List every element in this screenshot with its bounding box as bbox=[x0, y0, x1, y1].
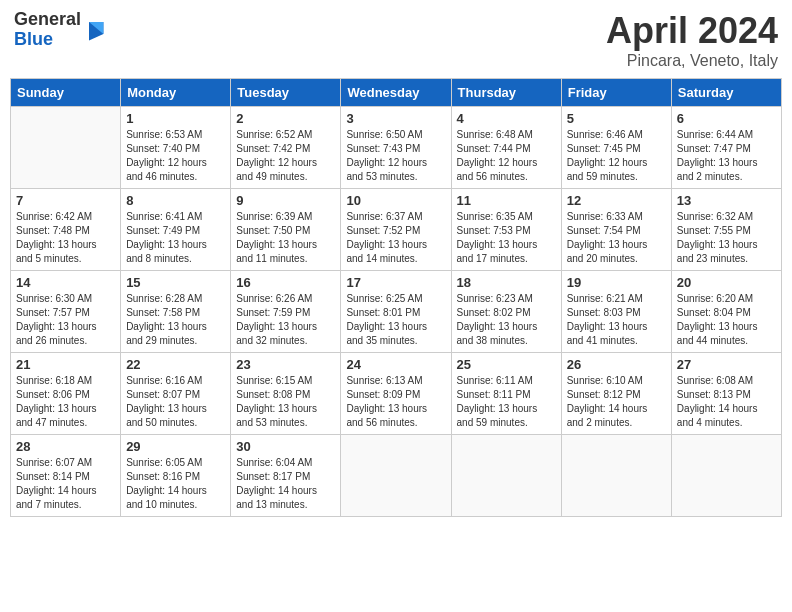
calendar-week-1: 1Sunrise: 6:53 AM Sunset: 7:40 PM Daylig… bbox=[11, 107, 782, 189]
logo-general-text: General bbox=[14, 9, 81, 29]
day-number: 7 bbox=[16, 193, 115, 208]
day-number: 16 bbox=[236, 275, 335, 290]
day-info: Sunrise: 6:33 AM Sunset: 7:54 PM Dayligh… bbox=[567, 210, 666, 266]
day-info: Sunrise: 6:53 AM Sunset: 7:40 PM Dayligh… bbox=[126, 128, 225, 184]
day-info: Sunrise: 6:25 AM Sunset: 8:01 PM Dayligh… bbox=[346, 292, 445, 348]
calendar-cell bbox=[561, 435, 671, 517]
calendar-cell: 16Sunrise: 6:26 AM Sunset: 7:59 PM Dayli… bbox=[231, 271, 341, 353]
calendar-cell: 15Sunrise: 6:28 AM Sunset: 7:58 PM Dayli… bbox=[121, 271, 231, 353]
month-title: April 2024 bbox=[606, 10, 778, 52]
page-header: General Blue April 2024 Pincara, Veneto,… bbox=[10, 10, 782, 70]
day-info: Sunrise: 6:08 AM Sunset: 8:13 PM Dayligh… bbox=[677, 374, 776, 430]
calendar-cell: 24Sunrise: 6:13 AM Sunset: 8:09 PM Dayli… bbox=[341, 353, 451, 435]
day-number: 20 bbox=[677, 275, 776, 290]
calendar-week-3: 14Sunrise: 6:30 AM Sunset: 7:57 PM Dayli… bbox=[11, 271, 782, 353]
day-info: Sunrise: 6:20 AM Sunset: 8:04 PM Dayligh… bbox=[677, 292, 776, 348]
calendar-cell: 18Sunrise: 6:23 AM Sunset: 8:02 PM Dayli… bbox=[451, 271, 561, 353]
calendar-cell: 21Sunrise: 6:18 AM Sunset: 8:06 PM Dayli… bbox=[11, 353, 121, 435]
location: Pincara, Veneto, Italy bbox=[606, 52, 778, 70]
day-number: 25 bbox=[457, 357, 556, 372]
day-info: Sunrise: 6:42 AM Sunset: 7:48 PM Dayligh… bbox=[16, 210, 115, 266]
weekday-header-tuesday: Tuesday bbox=[231, 79, 341, 107]
calendar-week-4: 21Sunrise: 6:18 AM Sunset: 8:06 PM Dayli… bbox=[11, 353, 782, 435]
day-number: 1 bbox=[126, 111, 225, 126]
day-number: 18 bbox=[457, 275, 556, 290]
day-number: 19 bbox=[567, 275, 666, 290]
day-info: Sunrise: 6:26 AM Sunset: 7:59 PM Dayligh… bbox=[236, 292, 335, 348]
day-info: Sunrise: 6:44 AM Sunset: 7:47 PM Dayligh… bbox=[677, 128, 776, 184]
day-number: 13 bbox=[677, 193, 776, 208]
weekday-header-friday: Friday bbox=[561, 79, 671, 107]
day-info: Sunrise: 6:16 AM Sunset: 8:07 PM Dayligh… bbox=[126, 374, 225, 430]
calendar-cell: 9Sunrise: 6:39 AM Sunset: 7:50 PM Daylig… bbox=[231, 189, 341, 271]
day-number: 11 bbox=[457, 193, 556, 208]
calendar-table: SundayMondayTuesdayWednesdayThursdayFrid… bbox=[10, 78, 782, 517]
day-number: 4 bbox=[457, 111, 556, 126]
calendar-cell: 14Sunrise: 6:30 AM Sunset: 7:57 PM Dayli… bbox=[11, 271, 121, 353]
day-info: Sunrise: 6:52 AM Sunset: 7:42 PM Dayligh… bbox=[236, 128, 335, 184]
calendar-cell: 27Sunrise: 6:08 AM Sunset: 8:13 PM Dayli… bbox=[671, 353, 781, 435]
title-block: April 2024 Pincara, Veneto, Italy bbox=[606, 10, 778, 70]
calendar-cell: 5Sunrise: 6:46 AM Sunset: 7:45 PM Daylig… bbox=[561, 107, 671, 189]
calendar-cell: 3Sunrise: 6:50 AM Sunset: 7:43 PM Daylig… bbox=[341, 107, 451, 189]
calendar-cell: 26Sunrise: 6:10 AM Sunset: 8:12 PM Dayli… bbox=[561, 353, 671, 435]
calendar-cell bbox=[341, 435, 451, 517]
day-info: Sunrise: 6:05 AM Sunset: 8:16 PM Dayligh… bbox=[126, 456, 225, 512]
day-info: Sunrise: 6:15 AM Sunset: 8:08 PM Dayligh… bbox=[236, 374, 335, 430]
day-number: 17 bbox=[346, 275, 445, 290]
day-info: Sunrise: 6:32 AM Sunset: 7:55 PM Dayligh… bbox=[677, 210, 776, 266]
day-info: Sunrise: 6:11 AM Sunset: 8:11 PM Dayligh… bbox=[457, 374, 556, 430]
calendar-cell: 1Sunrise: 6:53 AM Sunset: 7:40 PM Daylig… bbox=[121, 107, 231, 189]
day-number: 21 bbox=[16, 357, 115, 372]
day-number: 28 bbox=[16, 439, 115, 454]
day-info: Sunrise: 6:18 AM Sunset: 8:06 PM Dayligh… bbox=[16, 374, 115, 430]
weekday-header-saturday: Saturday bbox=[671, 79, 781, 107]
calendar-cell: 7Sunrise: 6:42 AM Sunset: 7:48 PM Daylig… bbox=[11, 189, 121, 271]
day-number: 24 bbox=[346, 357, 445, 372]
day-number: 3 bbox=[346, 111, 445, 126]
day-number: 10 bbox=[346, 193, 445, 208]
day-info: Sunrise: 6:50 AM Sunset: 7:43 PM Dayligh… bbox=[346, 128, 445, 184]
weekday-header-row: SundayMondayTuesdayWednesdayThursdayFrid… bbox=[11, 79, 782, 107]
day-info: Sunrise: 6:10 AM Sunset: 8:12 PM Dayligh… bbox=[567, 374, 666, 430]
day-info: Sunrise: 6:23 AM Sunset: 8:02 PM Dayligh… bbox=[457, 292, 556, 348]
day-number: 5 bbox=[567, 111, 666, 126]
calendar-cell: 29Sunrise: 6:05 AM Sunset: 8:16 PM Dayli… bbox=[121, 435, 231, 517]
calendar-cell: 11Sunrise: 6:35 AM Sunset: 7:53 PM Dayli… bbox=[451, 189, 561, 271]
day-info: Sunrise: 6:21 AM Sunset: 8:03 PM Dayligh… bbox=[567, 292, 666, 348]
logo: General Blue bbox=[14, 10, 105, 50]
weekday-header-monday: Monday bbox=[121, 79, 231, 107]
day-info: Sunrise: 6:37 AM Sunset: 7:52 PM Dayligh… bbox=[346, 210, 445, 266]
calendar-cell: 19Sunrise: 6:21 AM Sunset: 8:03 PM Dayli… bbox=[561, 271, 671, 353]
day-number: 8 bbox=[126, 193, 225, 208]
calendar-cell: 6Sunrise: 6:44 AM Sunset: 7:47 PM Daylig… bbox=[671, 107, 781, 189]
day-number: 6 bbox=[677, 111, 776, 126]
calendar-cell: 20Sunrise: 6:20 AM Sunset: 8:04 PM Dayli… bbox=[671, 271, 781, 353]
calendar-week-2: 7Sunrise: 6:42 AM Sunset: 7:48 PM Daylig… bbox=[11, 189, 782, 271]
calendar-week-5: 28Sunrise: 6:07 AM Sunset: 8:14 PM Dayli… bbox=[11, 435, 782, 517]
day-info: Sunrise: 6:28 AM Sunset: 7:58 PM Dayligh… bbox=[126, 292, 225, 348]
weekday-header-thursday: Thursday bbox=[451, 79, 561, 107]
day-number: 29 bbox=[126, 439, 225, 454]
day-info: Sunrise: 6:35 AM Sunset: 7:53 PM Dayligh… bbox=[457, 210, 556, 266]
day-info: Sunrise: 6:48 AM Sunset: 7:44 PM Dayligh… bbox=[457, 128, 556, 184]
day-number: 23 bbox=[236, 357, 335, 372]
day-number: 30 bbox=[236, 439, 335, 454]
day-number: 14 bbox=[16, 275, 115, 290]
calendar-cell: 2Sunrise: 6:52 AM Sunset: 7:42 PM Daylig… bbox=[231, 107, 341, 189]
calendar-cell: 23Sunrise: 6:15 AM Sunset: 8:08 PM Dayli… bbox=[231, 353, 341, 435]
day-number: 2 bbox=[236, 111, 335, 126]
calendar-cell: 22Sunrise: 6:16 AM Sunset: 8:07 PM Dayli… bbox=[121, 353, 231, 435]
calendar-cell: 10Sunrise: 6:37 AM Sunset: 7:52 PM Dayli… bbox=[341, 189, 451, 271]
calendar-cell: 30Sunrise: 6:04 AM Sunset: 8:17 PM Dayli… bbox=[231, 435, 341, 517]
day-number: 9 bbox=[236, 193, 335, 208]
calendar-cell: 17Sunrise: 6:25 AM Sunset: 8:01 PM Dayli… bbox=[341, 271, 451, 353]
day-number: 22 bbox=[126, 357, 225, 372]
weekday-header-sunday: Sunday bbox=[11, 79, 121, 107]
calendar-cell: 13Sunrise: 6:32 AM Sunset: 7:55 PM Dayli… bbox=[671, 189, 781, 271]
day-info: Sunrise: 6:07 AM Sunset: 8:14 PM Dayligh… bbox=[16, 456, 115, 512]
calendar-cell: 28Sunrise: 6:07 AM Sunset: 8:14 PM Dayli… bbox=[11, 435, 121, 517]
day-info: Sunrise: 6:04 AM Sunset: 8:17 PM Dayligh… bbox=[236, 456, 335, 512]
calendar-cell: 25Sunrise: 6:11 AM Sunset: 8:11 PM Dayli… bbox=[451, 353, 561, 435]
day-info: Sunrise: 6:46 AM Sunset: 7:45 PM Dayligh… bbox=[567, 128, 666, 184]
